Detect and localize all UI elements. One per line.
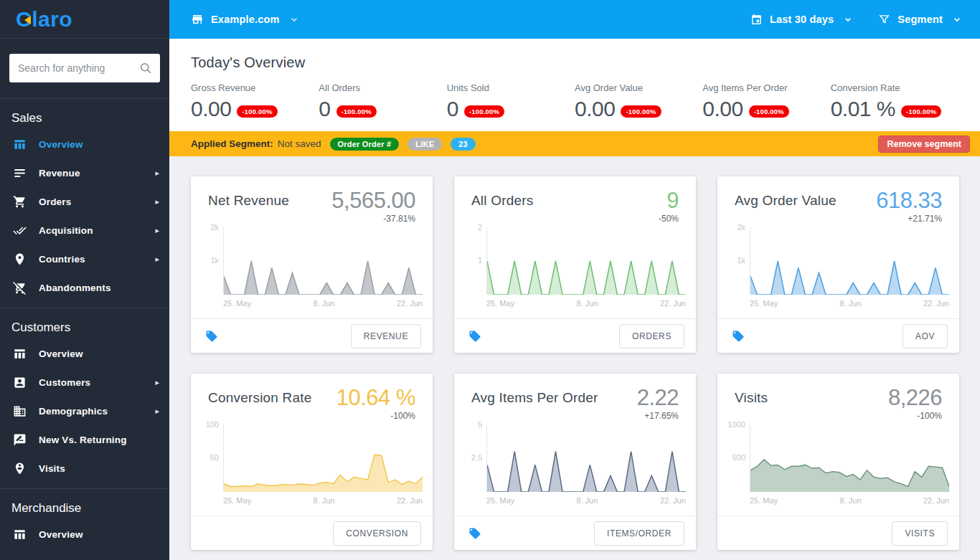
logo-triangle-icon bbox=[24, 16, 31, 24]
stat-value: 0.00 bbox=[575, 98, 615, 120]
person-pin-icon bbox=[12, 461, 27, 475]
card-all-orders: All Orders 9 -50% 2 1 25. May 8. Jun bbox=[454, 176, 696, 353]
sidebar-item-merchandise-overview[interactable]: Overview bbox=[0, 520, 169, 549]
card-change: -37.81% bbox=[331, 214, 415, 224]
tag-icon[interactable] bbox=[732, 330, 745, 343]
sidebar-item-acquisition[interactable]: Acquisition ▸ bbox=[0, 216, 169, 245]
change-badge: -100.00% bbox=[464, 105, 504, 118]
change-badge: -100.00% bbox=[237, 105, 277, 118]
sidebar-item-customers-overview[interactable]: Overview bbox=[0, 339, 169, 368]
card-avg-items-per-order: Avg Items Per Order 2.22 +17.65% 5 2.5 2… bbox=[454, 374, 696, 550]
tag-icon[interactable] bbox=[468, 527, 481, 540]
logo[interactable]: Claro bbox=[0, 0, 169, 39]
conversion-button[interactable]: CONVERSION bbox=[333, 521, 421, 546]
search-icon bbox=[138, 61, 153, 78]
funnel-icon bbox=[878, 14, 890, 26]
sidebar-item-customers[interactable]: Customers ▸ bbox=[0, 368, 169, 397]
change-badge: -100.00% bbox=[749, 105, 789, 118]
tag-icon[interactable] bbox=[468, 330, 481, 343]
stat-units-sold: Units Sold 0-100.00% bbox=[447, 82, 575, 120]
chart-net-revenue: 2k 1k bbox=[191, 227, 433, 295]
change-badge: -100.00% bbox=[621, 105, 661, 118]
section-label-customers: Customers bbox=[0, 308, 169, 339]
card-value: 618.33 bbox=[876, 189, 942, 213]
stat-conversion-rate: Conversion Rate 0.01 %-100.00% bbox=[831, 82, 958, 120]
sidebar-item-sales-overview[interactable]: Overview bbox=[0, 130, 169, 158]
chevron-right-icon: ▸ bbox=[155, 407, 159, 416]
review-pen-icon bbox=[12, 432, 27, 447]
visits-button[interactable]: VISITS bbox=[892, 521, 948, 546]
chevron-down-icon bbox=[951, 14, 963, 25]
todays-overview-panel: Today's Overview Gross Revenue 0.00-100.… bbox=[169, 39, 980, 131]
applied-segment-label: Applied Segment: bbox=[191, 138, 273, 149]
sidebar-item-orders[interactable]: Orders ▸ bbox=[0, 187, 169, 216]
topbar: Example.com Last 30 days Segment bbox=[169, 0, 980, 39]
segment-operator-pill: LIKE bbox=[407, 138, 442, 151]
chevron-right-icon: ▸ bbox=[155, 255, 159, 264]
card-change: -100% bbox=[888, 411, 942, 421]
items-order-button[interactable]: ITEMS/ORDER bbox=[594, 521, 684, 546]
card-change: +17.65% bbox=[637, 411, 679, 421]
stat-avg-order-value: Avg Order Value 0.00-100.00% bbox=[575, 82, 702, 120]
building-icon bbox=[12, 404, 27, 418]
stat-value: 0.00 bbox=[191, 98, 231, 120]
site-name: Example.com bbox=[211, 14, 280, 25]
chevron-down-icon bbox=[288, 14, 300, 25]
stat-value: 0.01 % bbox=[831, 98, 895, 120]
aov-button[interactable]: AOV bbox=[903, 324, 948, 348]
section-label-sales: Sales bbox=[0, 99, 169, 130]
revenue-button[interactable]: REVENUE bbox=[351, 324, 421, 348]
segment-status: Not saved bbox=[278, 138, 321, 149]
app-root: Claro Sales Overview Revenue ▸ Orders ▸ bbox=[0, 0, 980, 560]
calendar-icon bbox=[750, 14, 763, 26]
chart-avg-items-per-order: 5 2.5 bbox=[454, 424, 696, 492]
change-badge: -100.00% bbox=[336, 105, 377, 118]
abandoned-cart-icon bbox=[12, 280, 27, 295]
orders-button[interactable]: ORDERS bbox=[619, 324, 684, 348]
segment-label: Segment bbox=[897, 14, 943, 25]
card-value: 8,226 bbox=[888, 386, 942, 410]
chart-conversion-rate: 100 50 bbox=[191, 424, 433, 492]
location-pin-icon bbox=[12, 252, 27, 266]
sidebar-item-visits[interactable]: Visits bbox=[0, 454, 169, 483]
change-badge: -100.00% bbox=[901, 105, 941, 118]
chevron-right-icon: ▸ bbox=[155, 169, 159, 178]
segment-selector[interactable]: Segment bbox=[878, 14, 963, 26]
applied-segment-bar: Applied Segment: Not saved Order Order #… bbox=[169, 131, 980, 156]
stat-value: 0 bbox=[447, 98, 458, 120]
chart-avg-order-value: 2k 1k bbox=[717, 227, 959, 295]
search-input[interactable] bbox=[9, 54, 160, 82]
card-avg-order-value: Avg Order Value 618.33 +21.71% 2k 1k 25.… bbox=[717, 176, 959, 353]
card-change: -50% bbox=[659, 214, 679, 224]
tag-icon[interactable] bbox=[205, 330, 218, 343]
card-value: 5,565.00 bbox=[331, 189, 415, 213]
chevron-right-icon: ▸ bbox=[155, 378, 159, 387]
card-net-revenue: Net Revenue 5,565.00 -37.81% 2k 1k 25. M… bbox=[191, 176, 433, 353]
segment-field-pill: Order Order # bbox=[330, 138, 400, 151]
stat-value: 0.00 bbox=[702, 98, 743, 120]
card-value: 2.22 bbox=[637, 386, 679, 410]
segment-value-pill: 23 bbox=[451, 138, 476, 151]
dashboard-icon bbox=[12, 346, 27, 361]
site-selector[interactable]: Example.com bbox=[191, 13, 300, 26]
sidebar-item-demographics[interactable]: Demographics ▸ bbox=[0, 397, 169, 425]
chevron-right-icon: ▸ bbox=[155, 226, 159, 235]
section-label-merchandise: Merchandise bbox=[0, 489, 169, 520]
dashboard-content: Net Revenue 5,565.00 -37.81% 2k 1k 25. M… bbox=[169, 156, 980, 560]
logo-c-glyph: C bbox=[16, 7, 32, 32]
date-range-label: Last 30 days bbox=[770, 14, 834, 25]
stat-gross-revenue: Gross Revenue 0.00-100.00% bbox=[191, 82, 319, 120]
dashboard-icon bbox=[12, 137, 27, 151]
sidebar: Claro Sales Overview Revenue ▸ Orders ▸ bbox=[0, 0, 169, 560]
cart-icon bbox=[12, 194, 27, 209]
stat-value: 0 bbox=[319, 98, 330, 120]
sidebar-item-new-vs-returning[interactable]: New Vs. Returning bbox=[0, 425, 169, 454]
sidebar-item-abandonments[interactable]: Abandonments bbox=[0, 273, 169, 302]
card-visits: Visits 8,226 -100% 1000 500 25. May 8. bbox=[717, 374, 959, 550]
sidebar-item-countries[interactable]: Countries ▸ bbox=[0, 245, 169, 273]
card-conversion-rate: Conversion Rate 10.64 % -100% 100 50 25.… bbox=[191, 374, 433, 550]
date-range-selector[interactable]: Last 30 days bbox=[750, 14, 854, 26]
remove-segment-button[interactable]: Remove segment bbox=[878, 136, 970, 153]
chart-all-orders: 2 1 bbox=[454, 227, 696, 295]
sidebar-item-revenue[interactable]: Revenue ▸ bbox=[0, 158, 169, 187]
